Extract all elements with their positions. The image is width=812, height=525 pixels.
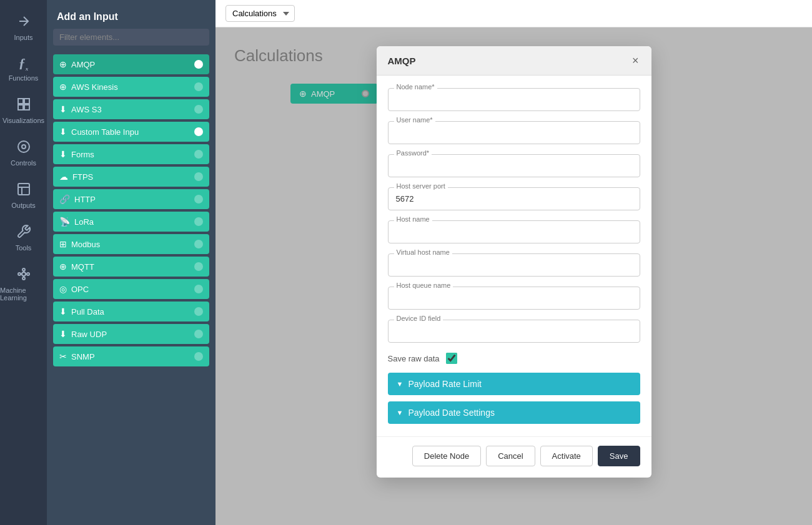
- input-item-toggle-forms[interactable]: [194, 150, 203, 159]
- svg-point-5: [22, 145, 26, 149]
- input-item-aws-kinesis[interactable]: ⊕ AWS Kinesis: [53, 77, 209, 97]
- input-item-icon-lora: 📡: [59, 217, 70, 227]
- input-item-ftps[interactable]: ☁ FTPS: [53, 167, 209, 187]
- field-label-host-queue-name: Host queue name: [394, 282, 453, 289]
- svg-point-10: [18, 273, 21, 275]
- modal-overlay: AMQP × Node name* User name* Password* H…: [215, 27, 812, 525]
- input-item-icon-http: 🔗: [59, 194, 70, 204]
- input-panel: Add an Input ⊕ AMQP ⊕ AWS Kinesis ⬇ AWS …: [47, 0, 215, 525]
- modal-close-button[interactable]: ×: [631, 55, 640, 66]
- input-list: ⊕ AMQP ⊕ AWS Kinesis ⬇ AWS S3 ⬇ Custom T…: [47, 52, 215, 525]
- input-item-toggle-aws-s3[interactable]: [194, 105, 203, 114]
- section-arrow-payload-rate-limit: ▼: [397, 380, 404, 388]
- section-label-payload-rate-limit: Payload Rate Limit: [408, 379, 482, 389]
- section-arrow-payload-date-settings: ▼: [397, 409, 404, 416]
- field-input-host-server-port[interactable]: [388, 187, 640, 210]
- sidebar-item-controls[interactable]: Controls: [0, 132, 47, 174]
- input-item-icon-aws-kinesis: ⊕: [59, 82, 67, 92]
- filter-input[interactable]: [53, 29, 209, 46]
- input-item-amqp[interactable]: ⊕ AMQP: [53, 54, 209, 74]
- sidebar-item-tools-label: Tools: [16, 244, 32, 252]
- delete-node-button[interactable]: Delete Node: [412, 446, 481, 466]
- field-label-node-name: Node name*: [394, 83, 437, 91]
- sidebar-item-tools[interactable]: Tools: [0, 217, 47, 259]
- svg-point-8: [22, 268, 25, 271]
- input-item-icon-mqtt: ⊕: [59, 262, 67, 272]
- input-item-toggle-modbus[interactable]: [194, 240, 203, 248]
- form-field-node-name: Node name*: [388, 88, 640, 111]
- topbar: Calculations: [215, 0, 812, 27]
- input-item-left-modbus: ⊞ Modbus: [59, 239, 100, 249]
- field-label-password: Password*: [394, 149, 432, 157]
- input-item-toggle-aws-kinesis[interactable]: [194, 82, 203, 91]
- input-item-custom-table[interactable]: ⬇ Custom Table Inpu: [53, 122, 209, 142]
- field-input-host-queue-name[interactable]: [388, 287, 640, 310]
- input-panel-title: Add an Input: [47, 0, 215, 29]
- input-item-aws-s3[interactable]: ⬇ AWS S3: [53, 99, 209, 119]
- sidebar-item-inputs[interactable]: Inputs: [0, 6, 47, 49]
- field-input-virtual-host-name[interactable]: [388, 253, 640, 277]
- field-label-user-name: User name*: [394, 116, 435, 124]
- save-raw-data-checkbox[interactable]: [446, 353, 457, 364]
- controls-icon: [16, 139, 31, 157]
- sidebar-item-controls-label: Controls: [11, 159, 36, 167]
- sidebar-item-machine-learning-label: Machine Learning: [0, 287, 47, 302]
- field-input-node-name[interactable]: [388, 88, 640, 111]
- input-item-http[interactable]: 🔗 HTTP: [53, 189, 209, 209]
- modal-body: Node name* User name* Password* Host ser…: [377, 76, 651, 436]
- input-item-toggle-lora[interactable]: [194, 217, 203, 226]
- sidebar-item-outputs[interactable]: Outputs: [0, 174, 47, 217]
- input-item-mqtt[interactable]: ⊕ MQTT: [53, 257, 209, 277]
- input-item-left-aws-s3: ⬇ AWS S3: [59, 104, 102, 114]
- sidebar-item-machine-learning[interactable]: Machine Learning: [0, 259, 47, 309]
- section-payload-date-settings[interactable]: ▼ Payload Date Settings: [388, 401, 640, 424]
- svg-point-4: [18, 141, 29, 152]
- input-item-forms[interactable]: ⬇ Forms: [53, 144, 209, 164]
- input-item-icon-forms: ⬇: [59, 149, 67, 159]
- svg-rect-2: [18, 105, 23, 110]
- input-item-icon-opc: ◎: [59, 284, 67, 294]
- input-item-toggle-custom-table[interactable]: [194, 127, 203, 136]
- input-item-opc[interactable]: ◎ OPC: [53, 279, 209, 299]
- field-label-host-server-port: Host server port: [394, 182, 448, 190]
- field-label-device-id-field: Device ID field: [394, 315, 443, 322]
- input-item-label-pull-data: Pull Data: [71, 307, 104, 316]
- input-item-label-http: HTTP: [74, 195, 96, 204]
- section-payload-rate-limit[interactable]: ▼ Payload Rate Limit: [388, 373, 640, 395]
- input-item-toggle-ftps[interactable]: [194, 172, 203, 181]
- input-item-label-aws-kinesis: AWS Kinesis: [71, 82, 118, 92]
- input-item-toggle-amqp[interactable]: [194, 60, 203, 69]
- field-input-password[interactable]: [388, 154, 640, 177]
- activate-button[interactable]: Activate: [540, 446, 593, 466]
- workspace-select[interactable]: Calculations: [225, 5, 295, 22]
- input-item-label-modbus: Modbus: [71, 240, 100, 249]
- input-item-toggle-snmp[interactable]: [194, 352, 203, 361]
- input-item-toggle-opc[interactable]: [194, 285, 203, 293]
- input-item-toggle-http[interactable]: [194, 195, 203, 204]
- svg-rect-0: [18, 99, 23, 104]
- input-item-snmp[interactable]: ✂ SNMP: [53, 346, 209, 366]
- input-item-toggle-pull-data[interactable]: [194, 307, 203, 316]
- input-item-raw-udp[interactable]: ⬇ Raw UDP: [53, 324, 209, 344]
- modal-footer: Delete Node Cancel Activate Save: [377, 436, 651, 478]
- save-button[interactable]: Save: [598, 446, 640, 466]
- input-item-label-opc: OPC: [71, 285, 89, 294]
- input-item-lora[interactable]: 📡 LoRa: [53, 212, 209, 232]
- svg-point-9: [22, 277, 25, 280]
- field-input-user-name[interactable]: [388, 121, 640, 144]
- field-input-device-id-field[interactable]: [388, 320, 640, 343]
- form-field-host-server-port: Host server port: [388, 187, 640, 210]
- input-item-toggle-mqtt[interactable]: [194, 262, 203, 271]
- input-item-left-raw-udp: ⬇ Raw UDP: [59, 329, 107, 339]
- input-item-toggle-raw-udp[interactable]: [194, 330, 203, 338]
- sidebar-item-visualizations[interactable]: Visualizations: [0, 89, 47, 132]
- field-input-host-name[interactable]: [388, 220, 640, 243]
- cancel-button[interactable]: Cancel: [486, 446, 535, 466]
- input-item-pull-data[interactable]: ⬇ Pull Data: [53, 302, 209, 321]
- input-item-icon-raw-udp: ⬇: [59, 329, 67, 339]
- tools-icon: [16, 224, 31, 242]
- sidebar-item-functions[interactable]: ƒx Functions: [0, 49, 47, 89]
- input-item-modbus[interactable]: ⊞ Modbus: [53, 234, 209, 254]
- input-item-label-ftps: FTPS: [72, 172, 93, 182]
- svg-rect-6: [18, 184, 29, 195]
